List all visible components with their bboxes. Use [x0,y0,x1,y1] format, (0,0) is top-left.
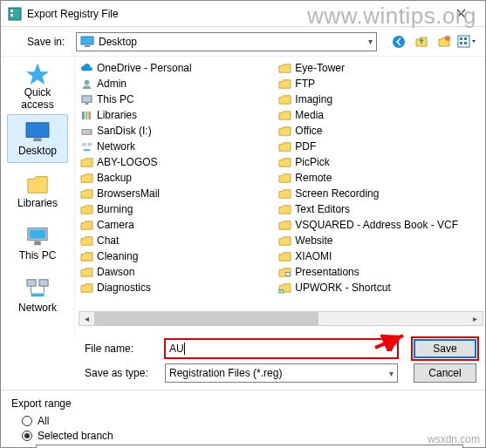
item-label: Libraries [97,109,137,121]
list-item[interactable]: Dawson [79,264,277,280]
desktop-place-icon [24,120,51,143]
list-item[interactable]: XIAOMI [277,248,475,264]
list-item[interactable]: OneDrive - Personal [79,60,277,76]
scroll-left-button[interactable]: ◂ [79,312,94,325]
svg-rect-29 [87,142,92,146]
list-item[interactable]: FTP [277,76,475,92]
list-item[interactable]: Office [277,123,475,139]
item-label: PDF [295,140,316,153]
list-item[interactable]: SanDisk (I:) [79,123,277,139]
svg-point-27 [89,131,91,132]
list-item[interactable]: Backup [79,170,277,186]
list-item[interactable]: PDF [277,139,475,154]
scroll-track[interactable] [94,312,468,325]
item-label: Office [295,125,322,137]
pc-icon [24,225,51,248]
cancel-button[interactable]: Cancel [414,363,476,383]
svg-rect-28 [82,142,86,146]
file-list[interactable]: OneDrive - PersonalAdminThis PCLibraries… [75,57,485,336]
list-item[interactable]: UPWORK - Shortcut [277,280,475,295]
place-this-pc[interactable]: This PC [7,219,68,268]
list-item[interactable]: Network [79,139,277,154]
item-label: ABY-LOGOS [97,156,158,168]
item-label: Diagnostics [97,282,151,294]
svg-point-20 [85,79,90,85]
chevron-down-icon: ▾ [389,344,394,354]
item-label: PicPick [295,156,329,168]
savetype-value: Registration Files (*.reg) [169,367,282,379]
item-label: Presentations [295,266,359,278]
filename-input[interactable]: AU ▾ [165,339,398,358]
svg-rect-19 [31,294,44,297]
branch-path-input[interactable]: HKEY_LOCAL_MACHINE\SOFTWARE\Policies\Mic… [36,445,463,448]
list-item[interactable]: ABY-LOGOS [79,154,277,170]
savetype-label: Save as type: [85,367,160,379]
svg-rect-30 [84,149,90,151]
list-item[interactable]: Media [277,107,475,123]
save-button[interactable]: Save [414,339,476,358]
registry-icon [8,7,22,21]
scroll-thumb[interactable] [94,312,318,325]
list-item[interactable]: VSQUARED - Address Book - VCF [277,217,475,233]
list-item[interactable]: Burning [79,201,277,217]
view-icon [457,35,476,49]
network-icon [24,277,51,300]
place-quick-access[interactable]: Quick access [7,62,68,111]
svg-rect-12 [26,123,49,138]
list-item[interactable]: Screen Recording [277,186,475,201]
chevron-down-icon: ▾ [389,369,394,378]
scroll-right-button[interactable]: ▸ [468,312,483,325]
list-item[interactable]: This PC [79,92,277,107]
desktop-icon [80,36,94,48]
list-item[interactable]: Libraries [79,107,277,123]
item-label: Camera [97,219,134,231]
radio-icon-filled [22,431,32,441]
up-folder-icon [414,35,428,49]
view-menu-button[interactable] [457,32,476,51]
list-item[interactable]: Cleaning [79,248,277,264]
svg-rect-18 [39,280,48,286]
new-folder-button[interactable] [435,32,454,51]
item-label: XIAOMI [295,250,332,262]
svg-rect-23 [82,111,85,119]
svg-rect-22 [86,103,89,105]
list-item[interactable]: Presentations [277,264,475,280]
close-button[interactable] [443,3,478,24]
toolbar: Save in: Desktop ▾ [1,27,485,57]
item-label: VSQUARED - Address Book - VCF [295,219,458,231]
svg-point-6 [445,36,450,41]
export-registry-dialog: www.wintips.org Export Registry File Sav… [0,0,486,448]
savein-value: Desktop [99,36,137,48]
item-label: OneDrive - Personal [97,62,192,74]
svg-rect-11 [464,42,467,44]
svg-rect-13 [33,138,41,141]
list-item[interactable]: Camera [79,217,277,233]
list-item[interactable]: Admin [79,76,277,92]
list-item[interactable]: BrowsersMail [79,186,277,201]
export-range-group: Export range All Selected branch HKEY_LO… [1,394,485,448]
list-item[interactable]: Imaging [277,92,475,107]
back-button[interactable] [389,32,408,51]
list-item[interactable]: Website [277,233,475,248]
item-label: Media [295,109,324,121]
place-network[interactable]: Network [7,271,68,320]
list-item[interactable]: PicPick [277,154,475,170]
list-item[interactable]: Diagnostics [79,280,277,295]
list-item[interactable]: Text Editors [277,201,475,217]
places-bar: Quick access Desktop Libraries This PC N… [1,57,75,336]
list-item[interactable]: Eye-Tower [277,60,475,76]
up-button[interactable] [412,32,431,51]
place-libraries[interactable]: Libraries [7,166,68,215]
horizontal-scrollbar[interactable]: ◂ ▸ [79,311,483,326]
savetype-combo[interactable]: Registration Files (*.reg) ▾ [165,363,398,383]
savein-combo[interactable]: Desktop ▾ [76,32,377,51]
list-item[interactable]: Chat [79,233,277,248]
radio-all[interactable]: All [22,415,475,427]
savein-label: Save in: [10,36,71,48]
radio-selected-branch[interactable]: Selected branch [22,430,475,442]
place-desktop[interactable]: Desktop [7,114,68,163]
item-label: SanDisk (I:) [97,125,152,137]
list-item[interactable]: Remote [277,170,475,186]
item-label: Remote [295,172,332,184]
main-area: Quick access Desktop Libraries This PC N… [1,57,485,336]
